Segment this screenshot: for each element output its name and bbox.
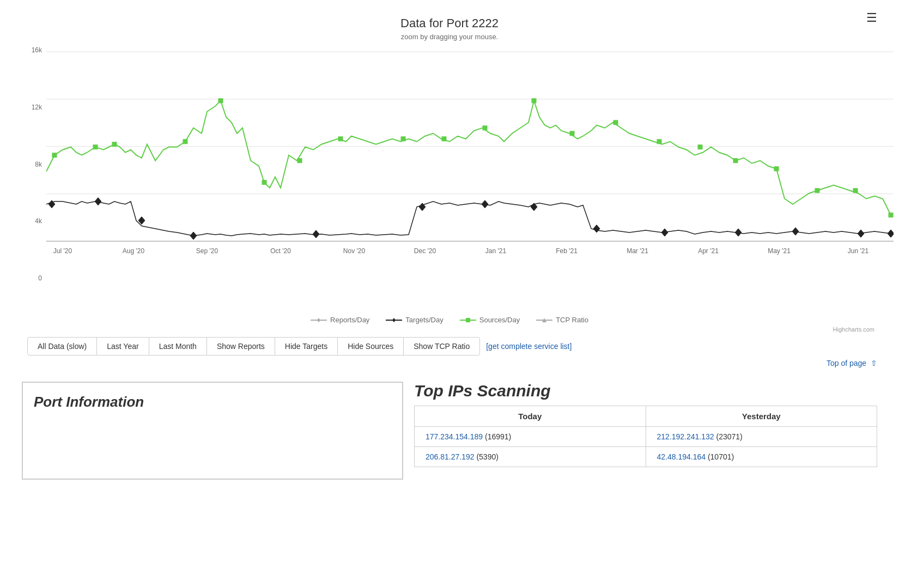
y-axis-8k: 8k [35,161,42,168]
ips-table-row: 177.234.154.189 (16991) 212.192.241.132 … [415,427,877,447]
svg-text:Feb '21: Feb '21 [556,247,578,255]
chart-svg: Jul '20 Aug '20 Sep '20 Oct '20 Nov '20 … [46,46,894,308]
svg-rect-18 [570,131,574,136]
svg-rect-21 [698,145,702,149]
hamburger-menu-icon[interactable]: ☰ [866,11,877,25]
bottom-section: Port Information Top IPs Scanning Today … [0,371,899,491]
svg-text:Dec '20: Dec '20 [414,247,436,255]
ips-yesterday-cell: 212.192.241.132 (23071) [646,427,877,447]
top-of-page-label: Top of page [827,359,866,367]
svg-marker-40 [888,230,894,237]
svg-rect-19 [613,120,618,125]
show-tcp-ratio-button[interactable]: Show TCP Ratio [403,337,480,356]
svg-marker-28 [95,198,101,205]
chart-subtitle: zoom by dragging your mouse. [22,33,877,41]
service-list-link[interactable]: [get complete service list] [486,342,572,351]
svg-text:Sep '20: Sep '20 [196,247,218,255]
hide-sources-button[interactable]: Hide Sources [337,337,404,356]
y-axis: 16k 12k 8k 4k 0 [22,46,46,282]
svg-marker-30 [190,232,197,240]
page-container: ☰ Data for Port 2222 zoom by dragging yo… [0,0,899,588]
chart-title: Data for Port 2222 [22,11,877,30]
svg-text:Jan '21: Jan '21 [485,247,507,255]
today-ip-link[interactable]: 177.234.154.189 [426,432,483,441]
legend-tcp-label: TCP Ratio [556,316,588,324]
ips-table-row: 206.81.27.192 (5390) 42.48.194.164 (1070… [415,447,877,467]
top-of-page-link[interactable]: Top of page ⇧ [827,359,877,367]
svg-text:Oct '20: Oct '20 [270,247,291,255]
svg-marker-35 [593,225,600,232]
port-info-box: Port Information [22,382,403,480]
last-month-button[interactable]: Last Month [149,337,207,356]
svg-rect-58 [466,318,470,322]
svg-marker-37 [735,229,742,236]
svg-text:May '21: May '21 [768,247,791,255]
ips-today-cell: 206.81.27.192 (5390) [415,447,646,467]
y-axis-16k: 16k [32,46,42,54]
legend-targets-day: Targets/Day [386,316,443,324]
svg-marker-34 [531,203,537,211]
svg-rect-7 [93,145,98,149]
legend-reports-line [311,316,327,324]
last-year-button[interactable]: Last Year [96,337,149,356]
highcharts-credit: Highcharts.com [22,326,877,333]
svg-marker-33 [482,200,488,208]
ips-table: Today Yesterday 177.234.154.189 (16991) … [414,406,877,467]
port-info-title: Port Information [34,394,391,411]
legend-tcp-ratio: TCP Ratio [536,316,588,324]
yesterday-ip-link[interactable]: 42.48.194.164 [657,452,706,461]
ips-col-yesterday: Yesterday [646,406,877,427]
show-reports-button[interactable]: Show Reports [206,337,275,356]
svg-rect-14 [401,137,405,141]
svg-rect-23 [774,167,779,171]
svg-rect-11 [262,180,266,185]
svg-text:Nov '20: Nov '20 [343,247,366,255]
y-axis-4k: 4k [35,217,42,225]
svg-text:Jul '20: Jul '20 [53,247,72,255]
svg-text:Mar '21: Mar '21 [627,247,648,255]
legend-sources-label: Sources/Day [479,316,520,324]
svg-text:Aug '20: Aug '20 [123,247,145,255]
svg-text:Apr '21: Apr '21 [698,247,719,255]
ips-yesterday-cell: 42.48.194.164 (10701) [646,447,877,467]
svg-rect-6 [52,153,57,157]
svg-rect-15 [442,137,446,141]
legend-sources-day: Sources/Day [460,316,520,324]
svg-rect-8 [112,142,117,146]
button-row: All Data (slow) Last Year Last Month Sho… [22,337,877,356]
svg-rect-12 [297,158,302,163]
yesterday-ip-link[interactable]: 212.192.241.132 [657,432,714,441]
top-of-page-arrow-icon: ⇧ [871,359,877,367]
y-axis-12k: 12k [32,103,42,111]
top-ips-title: Top IPs Scanning [414,382,877,400]
svg-rect-13 [338,137,343,141]
svg-rect-26 [889,213,893,217]
svg-marker-38 [792,228,799,235]
legend-targets-line [386,316,402,324]
top-ips-box: Top IPs Scanning Today Yesterday 177.234… [414,382,877,480]
hide-targets-button[interactable]: Hide Targets [275,337,338,356]
top-of-page-row: Top of page ⇧ [0,356,899,371]
legend-sources-line [460,316,476,324]
svg-rect-16 [483,126,487,130]
legend-targets-label: Targets/Day [405,316,443,324]
svg-rect-10 [218,99,223,103]
all-data-button[interactable]: All Data (slow) [27,337,97,356]
today-ip-link[interactable]: 206.81.27.192 [426,452,475,461]
legend-tcp-line [536,316,552,324]
svg-rect-25 [853,188,858,193]
chart-wrapper: 16k 12k 8k 4k 0 [22,46,877,309]
svg-rect-20 [657,139,661,144]
y-axis-0: 0 [38,274,42,282]
ips-col-today: Today [415,406,646,427]
chart-legend: Reports/Day Targets/Day Sources/Day [22,316,877,324]
svg-marker-54 [317,318,320,322]
chart-svg-container: Jul '20 Aug '20 Sep '20 Oct '20 Nov '20 … [46,46,877,309]
svg-marker-56 [392,318,396,322]
svg-rect-22 [733,158,738,163]
svg-rect-24 [815,188,819,193]
chart-section: ☰ Data for Port 2222 zoom by dragging yo… [0,0,899,356]
ips-table-header-row: Today Yesterday [415,406,877,427]
svg-marker-39 [858,230,864,237]
svg-text:Jun '21: Jun '21 [848,247,869,255]
